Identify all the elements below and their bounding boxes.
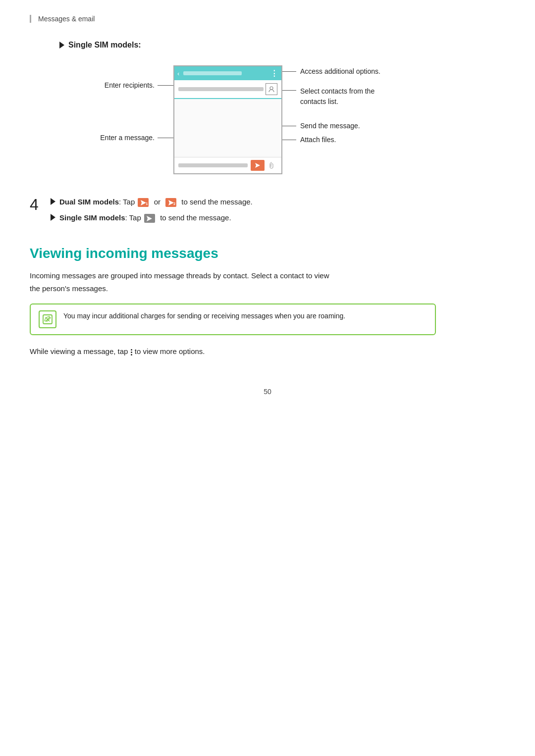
single-sim-title-row: Single SIM models:: [59, 41, 505, 50]
ann-line-r2: [282, 90, 296, 91]
ann-line-2: [158, 138, 173, 138]
single-sim-step-label: Single SIM models: [59, 213, 125, 222]
phone-top-bar: ‹ ⋮: [174, 66, 281, 80]
bullet-triangle-single: [51, 214, 55, 221]
phone-recipient-row: [174, 80, 281, 99]
access-options-ann: Access additional options.: [282, 65, 441, 75]
ann-line-r4: [282, 140, 296, 140]
dot-1: [131, 349, 132, 351]
page-number-text: 50: [264, 388, 271, 396]
svg-marker-2: [141, 200, 146, 205]
enter-message-text: Enter a message.: [100, 134, 155, 142]
ann-line-1: [158, 85, 173, 86]
svg-marker-3: [168, 200, 174, 205]
phone-diagram: Enter recipients. Enter a message. ‹ ⋮: [74, 60, 461, 186]
more-options-icon: [131, 348, 132, 356]
dual-sim-suffix: to send the message.: [181, 198, 252, 206]
svg-marker-1: [255, 163, 260, 168]
viewing-body1: Incoming messages are grouped into messa…: [30, 269, 505, 295]
attach-files-text: Attach files.: [300, 136, 336, 144]
breadcrumb: Messages & email: [30, 15, 505, 23]
dot-2: [131, 352, 132, 353]
ann-line-r1: [282, 71, 296, 72]
viewing-body1-text: Incoming messages are grouped into messa…: [30, 271, 329, 293]
dot-3: [131, 354, 132, 355]
phone-body: [174, 99, 281, 163]
send-message-ann: Send the message.: [282, 122, 441, 130]
note-content: You may incur additional charges for sen…: [63, 312, 345, 320]
single-sim-colon: : Tap: [125, 213, 141, 222]
viewing-body2-suffix: to view more options.: [135, 347, 205, 355]
dual-sim-colon: : Tap: [119, 198, 135, 206]
right-annotations: Access additional options. Select contac…: [282, 60, 441, 144]
viewing-heading: Viewing incoming messages: [30, 246, 505, 261]
select-contacts-ann: Select contacts from thecontacts list.: [282, 86, 441, 107]
phone-screen: ‹ ⋮: [173, 65, 282, 174]
send-icon-1: 1: [138, 198, 149, 207]
left-annotations: Enter recipients. Enter a message.: [74, 60, 173, 186]
dual-sim-text: Dual SIM models: Tap 1 or 2 to send the …: [59, 196, 253, 208]
viewing-body2: While viewing a message, tap to view mor…: [30, 345, 505, 358]
enter-recipients-annotation: Enter recipients.: [102, 81, 173, 89]
note-text: You may incur additional charges for sen…: [63, 310, 345, 322]
enter-recipients-text: Enter recipients.: [105, 81, 155, 89]
note-box: You may incur additional charges for sen…: [30, 303, 436, 335]
phone-bottom-row: [174, 157, 281, 173]
page-number: 50: [30, 388, 505, 396]
svg-marker-4: [147, 216, 152, 221]
step-number: 4: [30, 196, 44, 213]
phone-top-dots: ⋮: [270, 69, 278, 78]
step-content: Dual SIM models: Tap 1 or 2 to send the …: [51, 196, 505, 228]
step-4-row: 4 Dual SIM models: Tap 1 or 2 to send th…: [30, 196, 505, 228]
svg-point-0: [270, 87, 273, 90]
bullet-triangle-dual: [51, 198, 55, 205]
phone-back-arrow: ‹: [177, 70, 179, 77]
send-icon-2: 2: [165, 198, 176, 207]
breadcrumb-text: Messages & email: [38, 15, 95, 23]
note-icon: [39, 310, 56, 328]
or-text: or: [154, 198, 160, 206]
phone-send-button: [251, 160, 265, 171]
access-options-text: Access additional options.: [300, 67, 380, 75]
single-sim-bullet: Single SIM models: Tap to send the messa…: [51, 212, 505, 224]
send-icon-gray: [144, 214, 155, 223]
single-sim-step-text: Single SIM models: Tap to send the messa…: [59, 212, 231, 224]
enter-message-annotation: Enter a message.: [97, 134, 173, 142]
single-sim-suffix: to send the message.: [160, 213, 231, 222]
phone-attach-button: [267, 160, 277, 171]
viewing-section: Viewing incoming messages Incoming messa…: [30, 246, 505, 358]
recipient-bar: [178, 87, 264, 91]
dual-sim-label: Dual SIM models: [59, 198, 119, 206]
single-sim-label: Single SIM models:: [68, 41, 141, 50]
phone-contact-icon: [266, 83, 277, 95]
message-input-bar: [178, 163, 248, 167]
dual-sim-bullet: Dual SIM models: Tap 1 or 2 to send the …: [51, 196, 505, 208]
ann-line-r3: [282, 126, 296, 126]
triangle-icon: [59, 42, 64, 49]
attach-files-ann: Attach files.: [282, 136, 441, 144]
viewing-body2-text: While viewing a message, tap: [30, 347, 128, 355]
select-contacts-text: Select contacts from thecontacts list.: [300, 86, 374, 107]
send-message-text: Send the message.: [300, 122, 360, 130]
